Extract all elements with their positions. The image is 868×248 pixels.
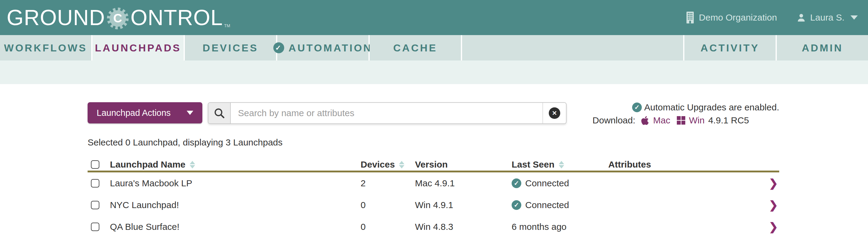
- user-menu[interactable]: Laura S.: [797, 12, 858, 23]
- last-seen-text: 6 months ago: [512, 222, 566, 232]
- table-header-row: Launchpad Name Devices Version Last Seen: [88, 159, 779, 172]
- search-group: ✕: [208, 102, 566, 124]
- table-row[interactable]: QA Blue Surface! 0 Win 4.8.3 ✓ 6 months …: [88, 216, 779, 238]
- clear-search-button[interactable]: ✕: [549, 107, 560, 119]
- logo-text-ontrol: ONTROL: [130, 7, 223, 28]
- logo-text-ground: GROUND: [7, 7, 105, 28]
- launchpads-table: Launchpad Name Devices Version Last Seen: [88, 159, 779, 238]
- launchpad-version: Win 4.9.1: [411, 200, 507, 210]
- search-input[interactable]: [231, 103, 542, 123]
- devices-count: 0: [356, 200, 411, 210]
- groundcontrol-app: GROUND C ONTROL TM: [0, 0, 868, 248]
- user-name: Laura S.: [810, 12, 844, 23]
- column-header-version: Version: [415, 159, 447, 170]
- toolbar: Launchpad Actions ✕ ✓ Automat: [88, 102, 779, 126]
- tab-cache[interactable]: CACHE: [370, 35, 461, 60]
- svg-text:C: C: [113, 11, 122, 25]
- download-win-link[interactable]: Win: [689, 115, 705, 126]
- user-icon: [797, 13, 806, 22]
- check-circle-icon: ✓: [632, 103, 642, 112]
- search-icon: [213, 107, 226, 119]
- main-nav: WORKFLOWS LAUNCHPADS DEVICES ✓ AUTOMATIO…: [0, 35, 868, 60]
- tab-workflows[interactable]: WORKFLOWS: [0, 35, 91, 60]
- row-checkbox[interactable]: [91, 223, 99, 231]
- row-chevron-icon[interactable]: ❯: [769, 178, 778, 189]
- upgrade-status-line: ✓ Automatic Upgrades are enabled.: [593, 102, 779, 112]
- launchpad-name: Laura's Macbook LP: [106, 178, 356, 188]
- app-header: GROUND C ONTROL TM: [0, 0, 868, 35]
- chevron-down-icon: [850, 16, 858, 20]
- upgrade-status-text: Automatic Upgrades are enabled.: [644, 102, 779, 112]
- download-version: 4.9.1 RC5: [708, 115, 749, 126]
- download-label: Download:: [593, 115, 636, 126]
- row-checkbox[interactable]: [91, 179, 99, 188]
- last-seen-cell: ✓ Connected: [507, 200, 604, 210]
- building-icon: [686, 11, 695, 24]
- tab-devices[interactable]: DEVICES: [185, 35, 276, 60]
- download-mac-link[interactable]: Mac: [653, 115, 671, 126]
- windows-icon: [677, 116, 685, 125]
- devices-count: 0: [356, 222, 411, 232]
- check-circle-icon: ✓: [273, 42, 284, 53]
- groundcontrol-logo: GROUND C ONTROL TM: [7, 7, 230, 28]
- last-seen-text: Connected: [525, 200, 569, 210]
- organization-menu[interactable]: Demo Organization: [686, 11, 777, 24]
- apple-icon: [641, 115, 649, 126]
- devices-count: 2: [356, 178, 411, 188]
- launchpad-name: NYC Launchpad!: [106, 200, 356, 210]
- column-header-attributes: Attributes: [608, 159, 651, 170]
- last-seen-cell: ✓ 6 months ago: [507, 222, 604, 232]
- tab-activity[interactable]: ACTIVITY: [684, 35, 776, 60]
- sort-icon[interactable]: [559, 161, 564, 168]
- selection-summary: Selected 0 Launchpad, displaying 3 Launc…: [88, 137, 283, 147]
- chevron-down-icon: [187, 111, 193, 115]
- row-checkbox[interactable]: [91, 201, 99, 209]
- upgrade-info: ✓ Automatic Upgrades are enabled. Downlo…: [593, 102, 779, 126]
- last-seen-text: Connected: [525, 178, 569, 188]
- launchpad-name: QA Blue Surface!: [106, 222, 356, 232]
- launchpad-version: Win 4.8.3: [411, 222, 507, 232]
- launchpads-content: Launchpad Actions ✕ ✓ Automat: [0, 84, 868, 248]
- launchpad-actions-button[interactable]: Launchpad Actions: [88, 102, 203, 123]
- header-right: Demo Organization Laura S.: [686, 11, 858, 24]
- table-row[interactable]: NYC Launchpad! 0 Win 4.9.1 ✓ Connected ❯: [88, 194, 779, 216]
- nav-spacer: [462, 35, 683, 60]
- last-seen-cell: ✓ Connected: [507, 178, 604, 188]
- search-clear-cell: ✕: [542, 103, 566, 123]
- column-header-launchpad-name[interactable]: Launchpad Name: [110, 159, 195, 170]
- column-header-devices[interactable]: Devices: [361, 159, 404, 170]
- tab-admin[interactable]: ADMIN: [777, 35, 868, 60]
- select-all-checkbox[interactable]: [91, 160, 99, 169]
- row-chevron-icon[interactable]: ❯: [769, 200, 778, 211]
- tab-launchpads[interactable]: LAUNCHPADS: [92, 35, 184, 60]
- connected-icon: ✓: [512, 200, 521, 210]
- launchpad-version: Mac 4.9.1: [411, 178, 507, 188]
- gear-icon: C: [106, 7, 130, 30]
- trademark-label: TM: [224, 24, 230, 28]
- organization-name: Demo Organization: [699, 12, 777, 23]
- search-addon: [208, 103, 231, 123]
- column-header-last-seen[interactable]: Last Seen: [512, 159, 564, 170]
- download-line: Download: Mac Win 4.9.1 RC5: [593, 115, 779, 126]
- sort-icon[interactable]: [399, 161, 404, 168]
- row-chevron-icon[interactable]: ❯: [769, 221, 778, 232]
- sort-icon[interactable]: [190, 161, 195, 168]
- table-row[interactable]: Laura's Macbook LP 2 Mac 4.9.1 ✓ Connect…: [88, 172, 779, 194]
- connected-icon: ✓: [512, 178, 521, 188]
- tab-automation[interactable]: ✓ AUTOMATION: [277, 35, 369, 60]
- subheader-band: [0, 60, 868, 84]
